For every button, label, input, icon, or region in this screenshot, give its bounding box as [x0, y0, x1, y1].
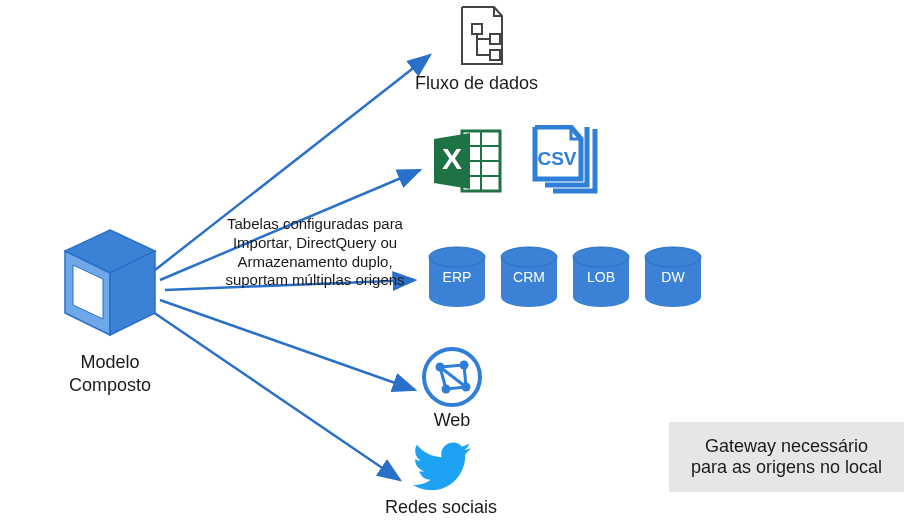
- db-dw-label: DW: [641, 245, 705, 309]
- arrow-to-web: [160, 300, 415, 390]
- gateway-note-line1: Gateway necessário: [691, 436, 882, 457]
- arrow-to-social: [150, 310, 400, 480]
- dataflow-label: Fluxo de dados: [415, 72, 538, 95]
- svg-text:X: X: [442, 142, 462, 175]
- db-erp-label: ERP: [425, 245, 489, 309]
- source-node: Modelo Composto: [55, 225, 165, 396]
- target-web: Web: [420, 345, 484, 432]
- db-crm-label: CRM: [497, 245, 561, 309]
- gateway-note: Gateway necessário para as origens no lo…: [669, 422, 904, 492]
- db-erp: ERP: [425, 245, 489, 309]
- csv-text: CSV: [537, 148, 576, 169]
- twitter-icon: [409, 440, 473, 496]
- svg-line-39: [464, 365, 466, 387]
- cube-icon: [55, 225, 165, 345]
- target-files: X CSV: [430, 125, 605, 197]
- arrows-description: Tabelas configuradas para Importar, Dire…: [225, 215, 405, 290]
- svg-rect-6: [490, 34, 500, 44]
- svg-rect-5: [472, 24, 482, 34]
- dataflow-icon: [442, 2, 512, 72]
- gateway-note-line2: para as origens no local: [691, 457, 882, 478]
- svg-rect-7: [490, 50, 500, 60]
- target-dataflow: Fluxo de dados: [415, 2, 538, 95]
- web-icon: [420, 345, 484, 409]
- svg-line-40: [446, 387, 466, 389]
- svg-line-37: [440, 365, 464, 367]
- web-label: Web: [434, 409, 471, 432]
- db-dw: DW: [641, 245, 705, 309]
- csv-icon: CSV: [527, 125, 605, 197]
- source-label: Modelo Composto: [69, 351, 151, 396]
- db-lob-label: LOB: [569, 245, 633, 309]
- target-databases: ERP CRM LOB: [425, 245, 705, 309]
- excel-icon: X: [430, 125, 505, 197]
- db-lob: LOB: [569, 245, 633, 309]
- db-crm: CRM: [497, 245, 561, 309]
- social-label: Redes sociais: [385, 496, 497, 519]
- target-social: Redes sociais: [385, 440, 497, 519]
